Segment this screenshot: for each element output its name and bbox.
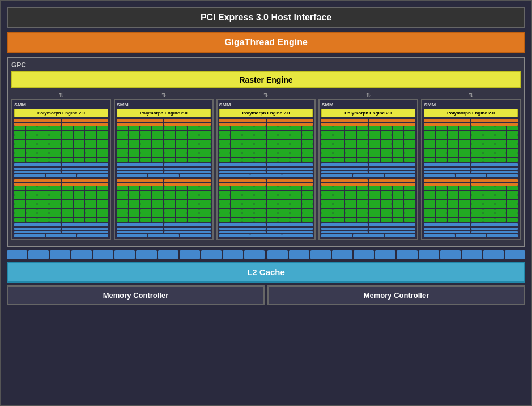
l2-cache-label: L2 Cache	[247, 267, 285, 277]
bus-left	[7, 250, 265, 259]
arrow-5: ⇅	[421, 92, 521, 98]
memory-bus-row	[7, 250, 525, 259]
smm-block-1: SMM Polymorph Engine 2.0	[11, 99, 111, 240]
ob2	[14, 123, 61, 126]
smm-label-5: SMM	[424, 102, 518, 108]
memory-ctrl-2: Memory Controller	[267, 285, 525, 305]
pci-express-label: PCI Express 3.0 Host Interface	[201, 12, 331, 22]
giga-thread-label: GigaThread Engine	[224, 37, 308, 47]
arrow-4: ⇅	[318, 92, 418, 98]
raster-engine-label: Raster Engine	[239, 75, 292, 84]
memory-ctrl-label-1: Memory Controller	[103, 291, 169, 300]
arrow-2: ⇅	[114, 92, 214, 98]
l2-cache-bar: L2 Cache	[7, 262, 525, 283]
gg	[14, 126, 61, 162]
giga-thread-bar: GigaThread Engine	[7, 32, 525, 53]
smm-col-1a	[14, 119, 61, 173]
polymorph-1: Polymorph Engine 2.0	[14, 109, 108, 117]
smm-block-4: SMM Polymorph Engine 2.0	[318, 99, 418, 240]
polymorph-5: Polymorph Engine 2.0	[424, 109, 518, 117]
gpc-container: GPC Raster Engine ⇅ ⇅ ⇅ ⇅ ⇅ SMM Polymorp…	[7, 57, 525, 247]
gpu-diagram: PCI Express 3.0 Host Interface GigaThrea…	[0, 0, 532, 406]
smm-inner-1	[14, 119, 108, 173]
arrow-3: ⇅	[216, 92, 316, 98]
smm-label-3: SMM	[219, 102, 313, 108]
polymorph-3: Polymorph Engine 2.0	[219, 109, 313, 117]
smm-block-5: SMM Polymorph Engine 2.0	[421, 99, 521, 240]
smm-row: SMM Polymorph Engine 2.0	[11, 99, 521, 240]
smm-label-1: SMM	[14, 102, 108, 108]
bottom-area: L2 Cache Memory Controller Memory Contro…	[7, 250, 525, 305]
smm-block-2: SMM Polymorph Engine 2.0	[114, 99, 214, 240]
polymorph-4: Polymorph Engine 2.0	[321, 109, 415, 117]
memory-ctrl-label-2: Memory Controller	[364, 291, 429, 300]
gpc-label: GPC	[11, 61, 521, 69]
arrow-1: ⇅	[11, 92, 111, 98]
smm-col-1b	[62, 119, 108, 173]
ob	[14, 119, 61, 122]
smm-label-2: SMM	[117, 102, 211, 108]
sep-bars-1	[14, 174, 108, 177]
raster-engine-bar: Raster Engine	[11, 71, 521, 88]
memory-ctrl-1: Memory Controller	[7, 285, 265, 305]
smm-label-4: SMM	[321, 102, 415, 108]
pci-express-bar: PCI Express 3.0 Host Interface	[7, 7, 525, 28]
smm-block-3: SMM Polymorph Engine 2.0	[216, 99, 316, 240]
bus-right	[267, 250, 525, 259]
polymorph-2: Polymorph Engine 2.0	[117, 109, 211, 117]
memory-ctrl-row: Memory Controller Memory Controller	[7, 285, 525, 305]
